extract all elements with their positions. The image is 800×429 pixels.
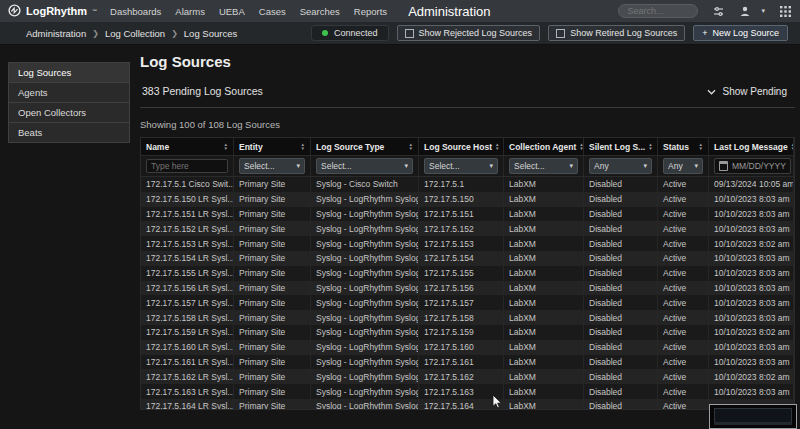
new-log-source-button[interactable]: + New Log Source bbox=[693, 25, 788, 41]
entity-filter-select[interactable]: Select... ▾ bbox=[239, 158, 305, 174]
user-menu-icon[interactable] bbox=[738, 4, 752, 18]
plus-icon: + bbox=[702, 28, 707, 38]
cell-type: Syslog - LogRhythm Syslog Ge... bbox=[311, 266, 419, 281]
cell-name: 172.17.5.161 LR Sysl... bbox=[141, 355, 234, 370]
table-row[interactable]: 172.17.5.153 LR Sysl...Primary SiteSyslo… bbox=[141, 236, 794, 251]
user-menu-caret-icon[interactable]: ▾ bbox=[761, 7, 765, 15]
column-header-log-source-host[interactable]: Log Source Host▲▼ bbox=[419, 138, 504, 155]
filter-sliders-icon[interactable] bbox=[711, 4, 725, 18]
sidebar-item-log-sources[interactable]: Log Sources bbox=[8, 62, 130, 83]
nav-item-searches[interactable]: Searches bbox=[300, 6, 340, 17]
cell-last: 10/10/2023 8:03 am bbox=[709, 266, 794, 281]
cell-entity: Primary Site bbox=[234, 384, 311, 399]
status-filter-select[interactable]: Any ▾ bbox=[663, 158, 703, 174]
breadcrumb-item-administration[interactable]: Administration bbox=[26, 28, 86, 39]
table-row[interactable]: 172.17.5.1 Cisco Swit...Primary SiteSysl… bbox=[141, 177, 794, 192]
table-row[interactable]: 172.17.5.151 LR Sysl...Primary SiteSyslo… bbox=[141, 207, 794, 222]
sort-icon[interactable]: ▲▼ bbox=[409, 143, 413, 151]
cell-agent: LabXM bbox=[504, 207, 584, 222]
pending-bar: 383 Pending Log Sources Show Pending bbox=[140, 74, 795, 108]
show-rejected-checkbox[interactable]: Show Rejected Log Sources bbox=[397, 25, 541, 41]
sidebar-item-agents[interactable]: Agents bbox=[8, 82, 130, 103]
log-source-type-filter-select[interactable]: Select... ▾ bbox=[316, 158, 413, 174]
column-header-silent-log-s[interactable]: Silent Log S...▲▼ bbox=[584, 138, 658, 155]
sort-icon[interactable]: ▲▼ bbox=[791, 143, 794, 151]
table-row[interactable]: 172.17.5.152 LR Sysl...Primary SiteSyslo… bbox=[141, 221, 794, 236]
column-header-status[interactable]: Status▲▼ bbox=[658, 138, 709, 155]
cell-entity: Primary Site bbox=[234, 266, 311, 281]
cell-status: Active bbox=[658, 192, 709, 207]
show-pending-label: Show Pending bbox=[723, 86, 788, 97]
nav-item-cases[interactable]: Cases bbox=[259, 6, 286, 17]
table-row[interactable]: 172.17.5.155 LR Sysl...Primary SiteSyslo… bbox=[141, 266, 794, 281]
cell-type: Syslog - LogRhythm Syslog Ge... bbox=[311, 295, 419, 310]
nav-item-dashboards[interactable]: Dashboards bbox=[110, 6, 161, 17]
nav-item-alarms[interactable]: Alarms bbox=[175, 6, 205, 17]
cell-last: 10/10/2023 8:03 am bbox=[709, 221, 794, 236]
status-filter-cell: Any ▾ bbox=[658, 156, 709, 176]
cell-host: 172.17.5.152 bbox=[419, 221, 504, 236]
cell-agent: LabXM bbox=[504, 236, 584, 251]
table-row[interactable]: 172.17.5.161 LR Sysl...Primary SiteSyslo… bbox=[141, 355, 794, 370]
apps-grid-icon[interactable] bbox=[778, 4, 792, 18]
cell-type: Syslog - Cisco Switch bbox=[311, 177, 419, 192]
sort-icon[interactable]: ▲▼ bbox=[495, 143, 499, 151]
sort-icon[interactable]: ▲▼ bbox=[301, 143, 305, 151]
type-filter-cell: Select... ▾ bbox=[311, 156, 419, 176]
sort-icon[interactable]: ▲▼ bbox=[224, 143, 228, 151]
table-row[interactable]: 172.17.5.156 LR Sysl...Primary SiteSyslo… bbox=[141, 281, 794, 296]
cell-host: 172.17.5.151 bbox=[419, 207, 504, 222]
sort-icon[interactable]: ▲▼ bbox=[648, 143, 652, 151]
show-pending-toggle[interactable]: Show Pending bbox=[707, 86, 788, 97]
table-row[interactable]: 172.17.5.160 LR Sysl...Primary SiteSyslo… bbox=[141, 340, 794, 355]
table-row[interactable]: 172.17.5.157 LR Sysl...Primary SiteSyslo… bbox=[141, 295, 794, 310]
sidebar-item-beats[interactable]: Beats bbox=[8, 122, 130, 143]
column-header-entity[interactable]: Entity▲▼ bbox=[234, 138, 311, 155]
show-retired-checkbox[interactable]: Show Retired Log Sources bbox=[548, 25, 685, 41]
column-label: Name bbox=[146, 142, 169, 152]
last-log-date-filter[interactable]: MM/DD/YYYY bbox=[714, 158, 791, 174]
collection-agent-filter-select[interactable]: Select... ▾ bbox=[509, 158, 578, 174]
cell-host: 172.17.5.1 bbox=[419, 177, 504, 192]
cell-type: Syslog - LogRhythm Syslog Ge... bbox=[311, 355, 419, 370]
nav-item-reports[interactable]: Reports bbox=[354, 6, 387, 17]
sidebar-item-open-collectors[interactable]: Open Collectors bbox=[8, 102, 130, 123]
table-row[interactable]: 172.17.5.158 LR Sysl...Primary SiteSyslo… bbox=[141, 310, 794, 325]
silent-log-filter-select[interactable]: Any ▾ bbox=[589, 158, 652, 174]
cell-host: 172.17.5.154 bbox=[419, 251, 504, 266]
pending-count-label: 383 Pending Log Sources bbox=[142, 85, 263, 97]
nav-item-ueba[interactable]: UEBA bbox=[219, 6, 245, 17]
cell-status: Active bbox=[658, 310, 709, 325]
logrhythm-logo[interactable]: LogRhythm™ bbox=[8, 4, 97, 19]
search-input[interactable] bbox=[618, 4, 698, 18]
cell-host: 172.17.5.159 bbox=[419, 325, 504, 340]
cell-status: Active bbox=[658, 207, 709, 222]
name-filter-input[interactable] bbox=[146, 159, 228, 173]
cell-last: 10/10/2023 8:03 am bbox=[709, 251, 794, 266]
column-header-collection-agent[interactable]: Collection Agent▲▼ bbox=[504, 138, 584, 155]
column-header-last-log-message[interactable]: Last Log Message▲▼ bbox=[709, 138, 794, 155]
cell-name: 172.17.5.150 LR Sysl... bbox=[141, 192, 234, 207]
pip-overlay-window[interactable] bbox=[709, 404, 797, 429]
table-row[interactable]: 172.17.5.154 LR Sysl...Primary SiteSyslo… bbox=[141, 251, 794, 266]
sort-icon[interactable]: ▲▼ bbox=[699, 143, 703, 151]
table-row[interactable]: 172.17.5.159 LR Sysl...Primary SiteSyslo… bbox=[141, 325, 794, 340]
checkbox-icon bbox=[405, 29, 414, 38]
nav-item-administration[interactable]: Administration bbox=[408, 4, 490, 19]
cell-name: 172.17.5.159 LR Sysl... bbox=[141, 325, 234, 340]
breadcrumb-item-log-sources[interactable]: Log Sources bbox=[184, 28, 237, 39]
cell-status: Active bbox=[658, 281, 709, 296]
column-label: Entity bbox=[239, 142, 263, 152]
cell-silent: Disabled bbox=[584, 251, 658, 266]
show-rejected-label: Show Rejected Log Sources bbox=[419, 28, 533, 38]
table-row[interactable]: 172.17.5.163 LR Sysl...Primary SiteSyslo… bbox=[141, 384, 794, 399]
column-header-log-source-type[interactable]: Log Source Type▲▼ bbox=[311, 138, 419, 155]
cell-name: 172.17.5.156 LR Sysl... bbox=[141, 281, 234, 296]
log-source-host-filter-select[interactable]: Select... ▾ bbox=[424, 158, 498, 174]
table-row[interactable]: 172.17.5.150 LR Sysl...Primary SiteSyslo… bbox=[141, 192, 794, 207]
cell-host: 172.17.5.157 bbox=[419, 295, 504, 310]
breadcrumb-item-log-collection[interactable]: Log Collection bbox=[105, 28, 165, 39]
table-row[interactable]: 172.17.5.162 LR Sysl...Primary SiteSyslo… bbox=[141, 369, 794, 384]
column-header-name[interactable]: Name▲▼ bbox=[141, 138, 234, 155]
table-row[interactable]: 172.17.5.164 LR Sysl...Primary SiteSyslo… bbox=[141, 399, 794, 410]
